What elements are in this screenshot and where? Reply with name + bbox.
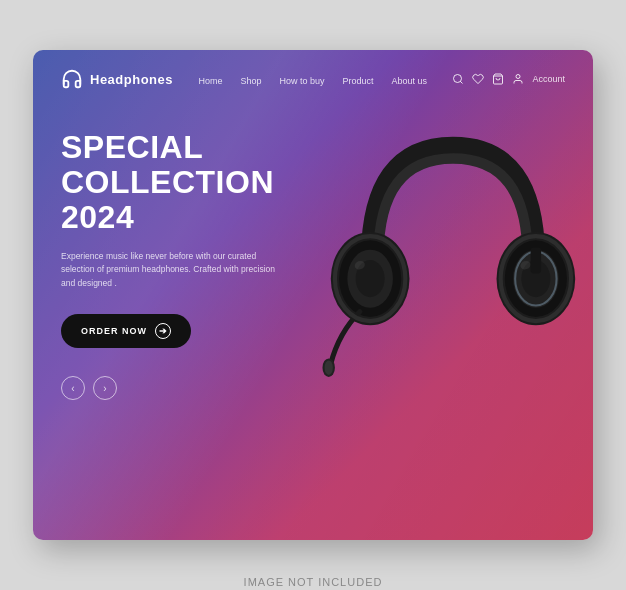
hero-content: SPECIAL COLLECTION 2024 Experience music… xyxy=(33,90,341,348)
user-icon[interactable] xyxy=(512,73,524,85)
headphones-icon xyxy=(61,68,83,90)
cta-arrow-icon: ➔ xyxy=(155,323,171,339)
bag-icon[interactable] xyxy=(492,73,504,85)
brand-name: Headphones xyxy=(90,72,173,87)
svg-point-2 xyxy=(516,75,520,79)
nav-links: Home Shop How to buy Product About us xyxy=(198,70,427,88)
carousel-nav: ‹ › xyxy=(33,348,593,400)
account-label[interactable]: Account xyxy=(532,74,565,84)
svg-point-0 xyxy=(454,75,462,83)
hero-title: SPECIAL COLLECTION 2024 xyxy=(61,130,313,236)
next-arrow-button[interactable]: › xyxy=(93,376,117,400)
brand-logo[interactable]: Headphones xyxy=(61,68,173,90)
order-now-button[interactable]: ORDER NOW ➔ xyxy=(61,314,191,348)
heart-icon[interactable] xyxy=(472,73,484,85)
search-icon[interactable] xyxy=(452,73,464,85)
navbar: Headphones Home Shop How to buy Product … xyxy=(33,50,593,90)
nav-how-to-buy[interactable]: How to buy xyxy=(279,76,324,86)
svg-rect-14 xyxy=(531,248,541,274)
hero-description: Experience music like never before with … xyxy=(61,250,291,291)
prev-arrow-icon: ‹ xyxy=(71,383,74,394)
nav-about-us[interactable]: About us xyxy=(392,76,428,86)
next-arrow-icon: › xyxy=(103,383,106,394)
image-note: IMAGE NOT INCLUDED xyxy=(244,576,383,588)
nav-shop[interactable]: Shop xyxy=(240,76,261,86)
nav-product[interactable]: Product xyxy=(343,76,374,86)
cta-label: ORDER NOW xyxy=(81,326,147,336)
landing-page: Headphones Home Shop How to buy Product … xyxy=(33,50,593,540)
nav-home[interactable]: Home xyxy=(198,76,222,86)
prev-arrow-button[interactable]: ‹ xyxy=(61,376,85,400)
nav-actions: Account xyxy=(452,73,565,85)
